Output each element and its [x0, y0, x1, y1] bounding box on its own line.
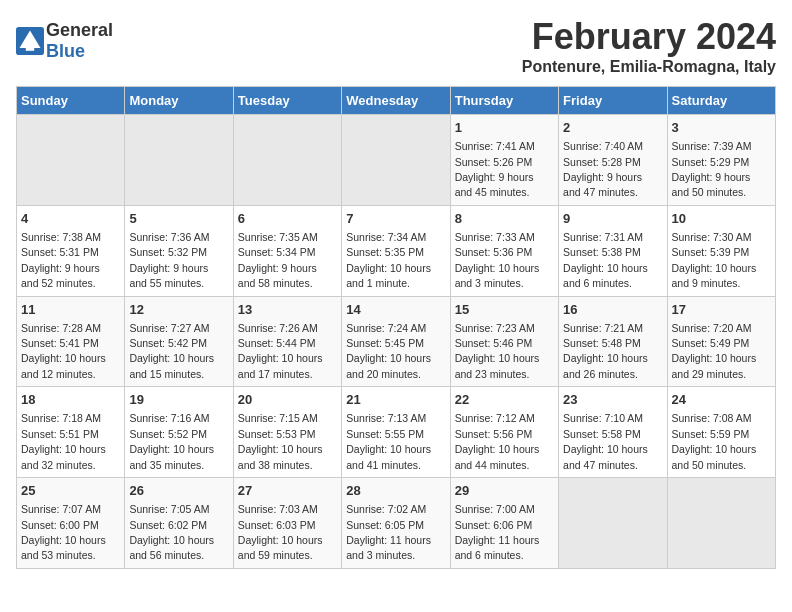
day-number: 27 — [238, 482, 337, 500]
header-sunday: Sunday — [17, 87, 125, 115]
day-info: Sunrise: 7:39 AM Sunset: 5:29 PM Dayligh… — [672, 140, 752, 198]
cell-w3-d3: 13Sunrise: 7:26 AM Sunset: 5:44 PM Dayli… — [233, 296, 341, 387]
day-info: Sunrise: 7:33 AM Sunset: 5:36 PM Dayligh… — [455, 231, 540, 289]
header: General Blue February 2024 Pontenure, Em… — [16, 16, 776, 76]
cell-w4-d6: 23Sunrise: 7:10 AM Sunset: 5:58 PM Dayli… — [559, 387, 667, 478]
header-wednesday: Wednesday — [342, 87, 450, 115]
day-number: 1 — [455, 119, 554, 137]
cell-w2-d1: 4Sunrise: 7:38 AM Sunset: 5:31 PM Daylig… — [17, 205, 125, 296]
day-info: Sunrise: 7:08 AM Sunset: 5:59 PM Dayligh… — [672, 412, 757, 470]
week-row-1: 1Sunrise: 7:41 AM Sunset: 5:26 PM Daylig… — [17, 115, 776, 206]
day-info: Sunrise: 7:03 AM Sunset: 6:03 PM Dayligh… — [238, 503, 323, 561]
cell-w3-d7: 17Sunrise: 7:20 AM Sunset: 5:49 PM Dayli… — [667, 296, 775, 387]
day-info: Sunrise: 7:20 AM Sunset: 5:49 PM Dayligh… — [672, 322, 757, 380]
logo-general: General — [46, 20, 113, 40]
day-number: 20 — [238, 391, 337, 409]
day-info: Sunrise: 7:07 AM Sunset: 6:00 PM Dayligh… — [21, 503, 106, 561]
cell-w3-d5: 15Sunrise: 7:23 AM Sunset: 5:46 PM Dayli… — [450, 296, 558, 387]
day-info: Sunrise: 7:26 AM Sunset: 5:44 PM Dayligh… — [238, 322, 323, 380]
day-info: Sunrise: 7:12 AM Sunset: 5:56 PM Dayligh… — [455, 412, 540, 470]
svg-rect-2 — [26, 47, 34, 51]
cell-w1-d4 — [342, 115, 450, 206]
day-info: Sunrise: 7:23 AM Sunset: 5:46 PM Dayligh… — [455, 322, 540, 380]
day-number: 14 — [346, 301, 445, 319]
logo-blue: Blue — [46, 41, 85, 61]
header-saturday: Saturday — [667, 87, 775, 115]
cell-w2-d7: 10Sunrise: 7:30 AM Sunset: 5:39 PM Dayli… — [667, 205, 775, 296]
cell-w2-d3: 6Sunrise: 7:35 AM Sunset: 5:34 PM Daylig… — [233, 205, 341, 296]
cell-w3-d6: 16Sunrise: 7:21 AM Sunset: 5:48 PM Dayli… — [559, 296, 667, 387]
day-number: 2 — [563, 119, 662, 137]
day-info: Sunrise: 7:36 AM Sunset: 5:32 PM Dayligh… — [129, 231, 209, 289]
day-info: Sunrise: 7:38 AM Sunset: 5:31 PM Dayligh… — [21, 231, 101, 289]
cell-w1-d2 — [125, 115, 233, 206]
cell-w5-d6 — [559, 478, 667, 569]
day-info: Sunrise: 7:35 AM Sunset: 5:34 PM Dayligh… — [238, 231, 318, 289]
day-info: Sunrise: 7:00 AM Sunset: 6:06 PM Dayligh… — [455, 503, 540, 561]
main-title: February 2024 — [522, 16, 776, 58]
day-number: 24 — [672, 391, 771, 409]
day-info: Sunrise: 7:31 AM Sunset: 5:38 PM Dayligh… — [563, 231, 648, 289]
cell-w1-d7: 3Sunrise: 7:39 AM Sunset: 5:29 PM Daylig… — [667, 115, 775, 206]
cell-w1-d6: 2Sunrise: 7:40 AM Sunset: 5:28 PM Daylig… — [559, 115, 667, 206]
cell-w3-d2: 12Sunrise: 7:27 AM Sunset: 5:42 PM Dayli… — [125, 296, 233, 387]
day-number: 25 — [21, 482, 120, 500]
day-info: Sunrise: 7:15 AM Sunset: 5:53 PM Dayligh… — [238, 412, 323, 470]
subtitle: Pontenure, Emilia-Romagna, Italy — [522, 58, 776, 76]
day-number: 16 — [563, 301, 662, 319]
day-number: 18 — [21, 391, 120, 409]
cell-w3-d1: 11Sunrise: 7:28 AM Sunset: 5:41 PM Dayli… — [17, 296, 125, 387]
day-info: Sunrise: 7:05 AM Sunset: 6:02 PM Dayligh… — [129, 503, 214, 561]
day-number: 4 — [21, 210, 120, 228]
day-info: Sunrise: 7:02 AM Sunset: 6:05 PM Dayligh… — [346, 503, 431, 561]
day-info: Sunrise: 7:16 AM Sunset: 5:52 PM Dayligh… — [129, 412, 214, 470]
cell-w4-d2: 19Sunrise: 7:16 AM Sunset: 5:52 PM Dayli… — [125, 387, 233, 478]
day-info: Sunrise: 7:27 AM Sunset: 5:42 PM Dayligh… — [129, 322, 214, 380]
day-number: 22 — [455, 391, 554, 409]
day-number: 13 — [238, 301, 337, 319]
cell-w4-d7: 24Sunrise: 7:08 AM Sunset: 5:59 PM Dayli… — [667, 387, 775, 478]
day-info: Sunrise: 7:41 AM Sunset: 5:26 PM Dayligh… — [455, 140, 535, 198]
day-number: 23 — [563, 391, 662, 409]
cell-w4-d5: 22Sunrise: 7:12 AM Sunset: 5:56 PM Dayli… — [450, 387, 558, 478]
cell-w5-d2: 26Sunrise: 7:05 AM Sunset: 6:02 PM Dayli… — [125, 478, 233, 569]
week-row-2: 4Sunrise: 7:38 AM Sunset: 5:31 PM Daylig… — [17, 205, 776, 296]
cell-w5-d5: 29Sunrise: 7:00 AM Sunset: 6:06 PM Dayli… — [450, 478, 558, 569]
day-number: 9 — [563, 210, 662, 228]
day-info: Sunrise: 7:10 AM Sunset: 5:58 PM Dayligh… — [563, 412, 648, 470]
cell-w5-d3: 27Sunrise: 7:03 AM Sunset: 6:03 PM Dayli… — [233, 478, 341, 569]
day-info: Sunrise: 7:30 AM Sunset: 5:39 PM Dayligh… — [672, 231, 757, 289]
day-number: 21 — [346, 391, 445, 409]
day-info: Sunrise: 7:18 AM Sunset: 5:51 PM Dayligh… — [21, 412, 106, 470]
cell-w5-d1: 25Sunrise: 7:07 AM Sunset: 6:00 PM Dayli… — [17, 478, 125, 569]
cell-w1-d5: 1Sunrise: 7:41 AM Sunset: 5:26 PM Daylig… — [450, 115, 558, 206]
cell-w2-d4: 7Sunrise: 7:34 AM Sunset: 5:35 PM Daylig… — [342, 205, 450, 296]
day-number: 3 — [672, 119, 771, 137]
day-info: Sunrise: 7:13 AM Sunset: 5:55 PM Dayligh… — [346, 412, 431, 470]
day-info: Sunrise: 7:28 AM Sunset: 5:41 PM Dayligh… — [21, 322, 106, 380]
day-info: Sunrise: 7:21 AM Sunset: 5:48 PM Dayligh… — [563, 322, 648, 380]
cell-w4-d1: 18Sunrise: 7:18 AM Sunset: 5:51 PM Dayli… — [17, 387, 125, 478]
cell-w4-d4: 21Sunrise: 7:13 AM Sunset: 5:55 PM Dayli… — [342, 387, 450, 478]
logo-icon — [16, 27, 44, 55]
calendar-table: SundayMondayTuesdayWednesdayThursdayFrid… — [16, 86, 776, 569]
week-row-4: 18Sunrise: 7:18 AM Sunset: 5:51 PM Dayli… — [17, 387, 776, 478]
logo: General Blue — [16, 20, 113, 62]
calendar-body: 1Sunrise: 7:41 AM Sunset: 5:26 PM Daylig… — [17, 115, 776, 569]
cell-w4-d3: 20Sunrise: 7:15 AM Sunset: 5:53 PM Dayli… — [233, 387, 341, 478]
cell-w2-d6: 9Sunrise: 7:31 AM Sunset: 5:38 PM Daylig… — [559, 205, 667, 296]
cell-w2-d5: 8Sunrise: 7:33 AM Sunset: 5:36 PM Daylig… — [450, 205, 558, 296]
calendar-header: SundayMondayTuesdayWednesdayThursdayFrid… — [17, 87, 776, 115]
cell-w1-d3 — [233, 115, 341, 206]
day-number: 29 — [455, 482, 554, 500]
week-row-5: 25Sunrise: 7:07 AM Sunset: 6:00 PM Dayli… — [17, 478, 776, 569]
day-number: 19 — [129, 391, 228, 409]
cell-w1-d1 — [17, 115, 125, 206]
header-tuesday: Tuesday — [233, 87, 341, 115]
cell-w5-d4: 28Sunrise: 7:02 AM Sunset: 6:05 PM Dayli… — [342, 478, 450, 569]
cell-w5-d7 — [667, 478, 775, 569]
day-number: 28 — [346, 482, 445, 500]
header-monday: Monday — [125, 87, 233, 115]
day-number: 11 — [21, 301, 120, 319]
title-block: February 2024 Pontenure, Emilia-Romagna,… — [522, 16, 776, 76]
